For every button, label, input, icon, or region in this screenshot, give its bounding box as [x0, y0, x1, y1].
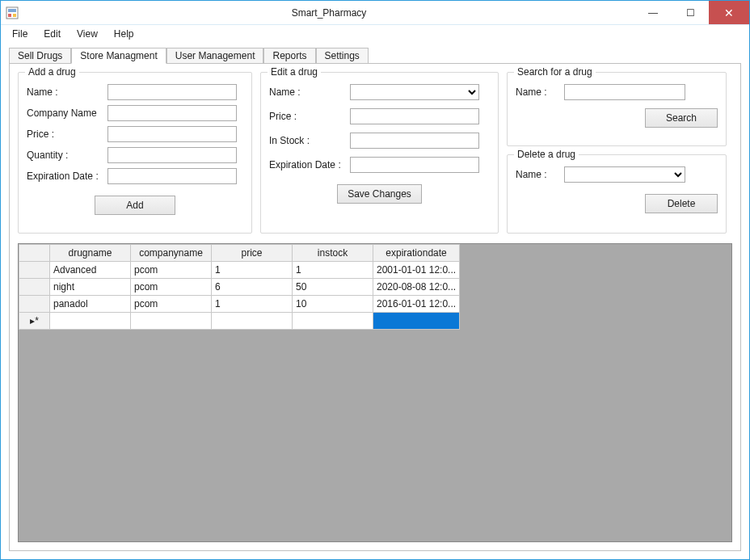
tab-reports[interactable]: Reports [263, 48, 315, 63]
datagrid-container: drugname companyname price instock expir… [18, 243, 732, 542]
delete-button-row: Delete [516, 194, 718, 213]
header-drugname[interactable]: drugname [50, 245, 131, 262]
menu-help[interactable]: Help [107, 27, 141, 41]
search-button[interactable]: Search [645, 108, 718, 128]
maximize-icon: ☐ [686, 7, 695, 19]
groupbox-edit-drug: Edit a drug Name : Price : In Stock : Ex… [260, 72, 499, 234]
header-price[interactable]: price [212, 245, 293, 262]
datagrid[interactable]: drugname companyname price instock expir… [19, 244, 460, 330]
tab-store-management[interactable]: Store Managment [71, 48, 166, 64]
delete-button[interactable]: Delete [645, 194, 718, 213]
table-row[interactable]: Advanced pcom 1 1 2001-01-01 12:0... [19, 262, 460, 279]
cell-expirationdate[interactable]: 2016-01-01 12:0... [373, 296, 460, 313]
main-window: Smart_Pharmacy — ☐ ✕ File Edit View Help… [0, 0, 750, 560]
groupbox-search-drug: Search for a drug Name : Search [507, 72, 727, 146]
groupbox-edit-legend: Edit a drug [268, 66, 321, 78]
cell-companyname[interactable]: pcom [131, 279, 212, 296]
edit-button-row: Save Changes [269, 184, 490, 204]
edit-price-input[interactable] [350, 108, 479, 124]
form-row: Add a drug Name : Company Name Price : Q… [18, 72, 732, 234]
content-area: Sell Drugs Store Managment User Manageme… [1, 43, 749, 559]
add-company-input[interactable] [107, 105, 237, 121]
edit-instock-input[interactable] [350, 133, 479, 149]
datagrid-corner-header[interactable] [19, 245, 50, 262]
add-name-input[interactable] [107, 84, 237, 100]
add-field-grid: Name : Company Name Price : Quantity : E… [27, 84, 243, 184]
menubar: File Edit View Help [1, 25, 749, 43]
menu-edit[interactable]: Edit [37, 27, 67, 41]
cell-price[interactable] [212, 313, 293, 330]
window-controls: — ☐ ✕ [634, 1, 749, 24]
cell-drugname[interactable] [50, 313, 131, 330]
add-price-input[interactable] [107, 126, 237, 142]
add-company-label: Company Name [27, 107, 107, 119]
close-button[interactable]: ✕ [709, 1, 749, 24]
row-header[interactable] [19, 296, 50, 313]
cell-expirationdate[interactable]: 2001-01-01 12:0... [373, 262, 460, 279]
maximize-button[interactable]: ☐ [672, 1, 709, 24]
search-button-row: Search [516, 108, 718, 128]
table-row[interactable]: night pcom 6 50 2020-08-08 12:0... [19, 279, 460, 296]
groupbox-add-legend: Add a drug [25, 66, 79, 78]
groupbox-delete-drug: Delete a drug Name : Delete [507, 154, 727, 234]
tab-settings[interactable]: Settings [316, 48, 369, 63]
search-name-label: Name : [516, 86, 564, 98]
cell-drugname[interactable]: night [50, 279, 131, 296]
menu-file[interactable]: File [6, 27, 34, 41]
close-icon: ✕ [724, 7, 734, 19]
svg-rect-3 [8, 9, 16, 12]
cell-instock[interactable]: 50 [293, 279, 373, 296]
edit-name-label: Name : [269, 86, 350, 98]
svg-rect-1 [8, 14, 11, 17]
row-header[interactable] [19, 279, 50, 296]
add-price-label: Price : [27, 128, 107, 140]
table-row[interactable]: panadol pcom 1 10 2016-01-01 12:0... [19, 296, 460, 313]
table-new-row[interactable]: ▸* [19, 313, 460, 330]
edit-name-select[interactable] [350, 84, 479, 100]
header-expirationdate[interactable]: expirationdate [373, 245, 460, 262]
add-expiration-label: Expiration Date : [27, 171, 107, 182]
add-button-row: Add [27, 196, 243, 215]
cell-companyname[interactable]: pcom [131, 262, 212, 279]
edit-instock-label: In Stock : [269, 135, 350, 146]
app-icon [1, 2, 23, 24]
window-title: Smart_Pharmacy [23, 7, 634, 19]
header-instock[interactable]: instock [293, 245, 373, 262]
delete-name-select[interactable] [564, 166, 685, 183]
edit-field-grid: Name : Price : In Stock : Expiration Dat… [269, 84, 490, 173]
cell-drugname[interactable]: Advanced [50, 262, 131, 279]
cell-price[interactable]: 6 [212, 279, 293, 296]
cell-instock[interactable]: 1 [293, 262, 373, 279]
cell-expirationdate[interactable]: 2020-08-08 12:0... [373, 279, 460, 296]
header-companyname[interactable]: companyname [131, 245, 212, 262]
add-expiration-input[interactable] [107, 168, 237, 184]
edit-price-label: Price : [269, 111, 350, 122]
new-row-indicator[interactable]: ▸* [19, 313, 50, 330]
cell-expirationdate[interactable] [373, 313, 460, 330]
titlebar: Smart_Pharmacy — ☐ ✕ [1, 1, 749, 25]
cell-companyname[interactable] [131, 313, 212, 330]
cell-instock[interactable]: 10 [293, 296, 373, 313]
cell-instock[interactable] [293, 313, 373, 330]
edit-expiration-label: Expiration Date : [269, 159, 350, 171]
edit-expiration-input[interactable] [350, 157, 479, 173]
tab-user-management[interactable]: User Management [166, 48, 264, 63]
cell-price[interactable]: 1 [212, 296, 293, 313]
minimize-button[interactable]: — [634, 1, 672, 24]
tab-panel-store-management: Add a drug Name : Company Name Price : Q… [9, 64, 741, 551]
search-name-input[interactable] [564, 84, 685, 100]
groupbox-search-legend: Search for a drug [514, 66, 596, 78]
cell-companyname[interactable]: pcom [131, 296, 212, 313]
add-quantity-input[interactable] [107, 147, 237, 163]
add-button[interactable]: Add [95, 196, 175, 215]
svg-rect-2 [13, 14, 16, 17]
save-changes-button[interactable]: Save Changes [337, 184, 422, 204]
menu-view[interactable]: View [70, 27, 104, 41]
tab-sell-drugs[interactable]: Sell Drugs [9, 48, 71, 63]
cell-drugname[interactable]: panadol [50, 296, 131, 313]
tabstrip: Sell Drugs Store Managment User Manageme… [9, 46, 741, 64]
row-header[interactable] [19, 262, 50, 279]
datagrid-header-row: drugname companyname price instock expir… [19, 245, 460, 262]
delete-name-label: Name : [516, 169, 564, 180]
cell-price[interactable]: 1 [212, 262, 293, 279]
